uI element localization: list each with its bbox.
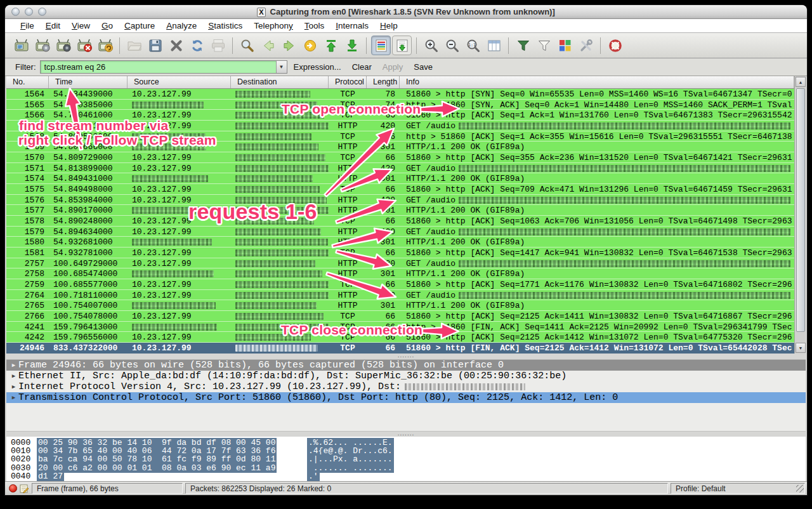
expert-info-icon[interactable] (9, 484, 17, 492)
filter-dropdown-button[interactable]: ▼ (276, 61, 287, 73)
hex-row[interactable]: 003020 00 c6 a2 00 00 01 01 08 0a 03 e6 … (6, 464, 806, 472)
scrollbar-thumb[interactable] (796, 88, 805, 332)
menu-edit[interactable]: Edit (40, 21, 66, 30)
packet-row-2764[interactable]: 2764100.71811000010.23.127.99HTTP420GET … (6, 290, 794, 301)
capture-restart-icon[interactable] (95, 36, 115, 55)
pane-splitter-bottom[interactable]: ....... (6, 431, 806, 437)
display-filters-icon[interactable] (534, 36, 554, 55)
packet-row-1571[interactable]: 157154.81389900010.23.127.99HTTP420GET /… (6, 163, 794, 174)
go-to-packet-icon[interactable] (300, 36, 320, 55)
expand-arrow-icon[interactable]: ▶ (9, 373, 18, 380)
menu-view[interactable]: View (66, 21, 96, 30)
menu-tools[interactable]: Tools (299, 21, 331, 30)
packet-row-1574[interactable]: 157454.849431000HTTP301HTTP/1.1 200 OK (… (6, 173, 794, 184)
capture-interfaces-icon[interactable] (11, 36, 31, 55)
scroll-up-button[interactable]: ▲ (796, 77, 806, 87)
menu-file[interactable]: File (15, 21, 40, 30)
colorize-icon[interactable] (371, 36, 391, 55)
hex-row[interactable]: 000000 25 90 36 32 be 14 10 9f da bd df … (6, 439, 806, 447)
packet-row-1567[interactable]: 156754.77412100010.23.127.99HTTP420GET /… (6, 121, 794, 131)
filter-input[interactable]: tcp.stream eq 26 ▼ (40, 60, 287, 74)
expand-arrow-icon[interactable]: ▶ (9, 394, 18, 401)
detail-row[interactable]: ▶Internet Protocol Version 4, Src: 10.23… (6, 381, 806, 392)
packet-row-1581[interactable]: 158154.93278100010.23.127.99TCP6651860 >… (6, 248, 794, 258)
menu-internals[interactable]: Internals (330, 21, 374, 30)
packet-row-1565[interactable]: 156554.770385000TCP74http > 51860 [SYN, … (6, 100, 794, 110)
go-bottom-icon[interactable] (342, 36, 362, 55)
packet-row-1580[interactable]: 158054.932681000HTTP301HTTP/1.1 200 OK (… (6, 237, 794, 248)
zoom-out-icon[interactable] (442, 36, 462, 55)
packet-list-scrollbar[interactable]: ▲ ▼ (794, 76, 806, 354)
column-header-no[interactable]: No. (6, 76, 49, 88)
column-header-protocol[interactable]: Protocol (329, 76, 367, 88)
close-button[interactable] (11, 8, 20, 16)
menu-capture[interactable]: Capture (119, 21, 160, 30)
column-header-source[interactable]: Source (128, 76, 231, 88)
column-header-length[interactable]: Length (367, 76, 400, 88)
menu-telephony[interactable]: Telephony (248, 21, 299, 30)
hex-row[interactable]: 0020ba 7c ca 94 00 50 78 10 61 fc f9 89 … (6, 455, 806, 463)
column-header-info[interactable]: Info (400, 76, 794, 88)
packet-row-2759[interactable]: 2759100.68557700010.23.127.99TCP6651860 … (6, 279, 794, 290)
packet-row-1577[interactable]: 157754.890170000HTTP301HTTP/1.1 200 OK (… (6, 205, 794, 216)
expand-arrow-icon[interactable]: ▶ (9, 383, 18, 390)
packet-row-2757[interactable]: 2757100.64972900010.23.127.99HTTP420GET … (6, 258, 794, 269)
scroll-down-button[interactable]: ▼ (796, 343, 806, 353)
file-save-icon[interactable] (145, 36, 165, 55)
packet-row-1569[interactable]: 156954.809666000HTTP301HTTP/1.1 200 OK (… (6, 142, 794, 152)
menu-help[interactable]: Help (374, 21, 403, 30)
clear-button[interactable]: Clear (348, 62, 376, 72)
menu-go[interactable]: Go (96, 21, 119, 30)
find-icon[interactable] (237, 36, 257, 55)
packet-row-1566[interactable]: 156654.77046100010.23.127.99TCP6651860 >… (6, 110, 794, 121)
packet-row-4242[interactable]: 4242159.79655600010.23.127.99TCP6651860 … (6, 332, 794, 343)
minimize-button[interactable] (25, 8, 33, 16)
reload-icon[interactable] (187, 36, 207, 55)
detail-row[interactable]: ▶Ethernet II, Src: Apple_da:bd:df (14:10… (6, 371, 806, 381)
capture-options-icon[interactable] (32, 36, 52, 55)
detail-row[interactable]: ▶Frame 24946: 66 bytes on wire (528 bits… (6, 360, 806, 371)
resize-grip[interactable] (796, 485, 804, 492)
zoom-in-icon[interactable] (421, 36, 441, 55)
zoom-100-icon[interactable]: 1:1 (463, 36, 483, 55)
column-header-destination[interactable]: Destination (231, 76, 329, 88)
packet-row-1564[interactable]: 156454.73443900010.23.127.99TCP7851860 >… (6, 89, 794, 100)
file-close-icon[interactable] (166, 36, 186, 55)
expression-button[interactable]: Expression... (289, 62, 346, 72)
packet-row-1568[interactable]: 156854.809563000TCP66http > 51860 [ACK] … (6, 131, 794, 142)
packet-row-2758[interactable]: 2758100.685474000HTTP301HTTP/1.1 200 OK … (6, 268, 794, 279)
go-back-icon[interactable] (258, 36, 278, 55)
expand-arrow-icon[interactable]: ▶ (9, 362, 18, 369)
preferences-icon[interactable] (576, 36, 596, 55)
packet-row-24946[interactable]: 24946833.43732200010.23.127.99TCP6651860… (6, 343, 794, 354)
go-forward-icon[interactable] (279, 36, 299, 55)
pane-splitter-top[interactable]: ....... (6, 354, 806, 359)
packet-row-1579[interactable]: 157954.89463400010.23.127.99HTTP420GET /… (6, 227, 794, 237)
file-open-icon[interactable] (124, 36, 144, 55)
column-header-time[interactable]: Time (49, 76, 128, 88)
packet-row-4241[interactable]: 4241159.796413000TCP66http > 51860 [FIN,… (6, 322, 794, 333)
help-icon[interactable] (605, 36, 625, 55)
status-profile[interactable]: Profile: Default (671, 483, 805, 494)
print-icon[interactable] (208, 36, 228, 55)
capture-comment-icon[interactable] (20, 484, 29, 493)
packet-row-1576[interactable]: 157654.85398400010.23.127.99HTTP420GET /… (6, 195, 794, 206)
detail-row[interactable]: ▶Transmission Control Protocol, Src Port… (6, 392, 806, 403)
save-button[interactable]: Save (409, 62, 437, 72)
menu-statistics[interactable]: Statistics (202, 21, 248, 30)
autoscroll-icon[interactable] (392, 36, 412, 55)
packet-row-1575[interactable]: 157554.84949800010.23.127.99TCP6651860 >… (6, 184, 794, 195)
capture-start-icon[interactable] (53, 36, 73, 55)
hex-row[interactable]: 001000 34 7b 65 40 00 40 06 44 72 0a 17 … (6, 447, 806, 455)
capture-stop-icon[interactable] (74, 36, 94, 55)
apply-button[interactable]: Apply (378, 62, 408, 72)
capture-filters-icon[interactable] (513, 36, 533, 55)
hex-row[interactable]: 0040d1 27.' (6, 472, 806, 480)
go-top-icon[interactable] (321, 36, 341, 55)
packet-row-1578[interactable]: 157854.89024800010.23.127.99TCP6651860 >… (6, 216, 794, 227)
packet-row-2765[interactable]: 2765100.754007000HTTP301HTTP/1.1 200 OK … (6, 300, 794, 311)
resize-columns-icon[interactable] (484, 36, 504, 55)
menu-analyze[interactable]: Analyze (160, 21, 202, 30)
coloring-rules-icon[interactable] (555, 36, 575, 55)
packet-row-2766[interactable]: 2766100.75407800010.23.127.99TCP6651860 … (6, 311, 794, 322)
